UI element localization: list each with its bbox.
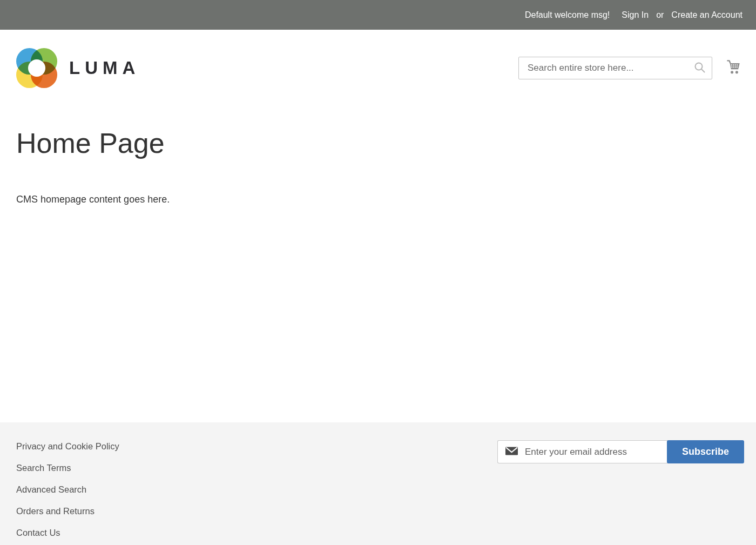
logo-center-hole: [28, 59, 45, 77]
footer-link-privacy[interactable]: Privacy and Cookie Policy: [16, 441, 119, 452]
footer-link-orders-returns[interactable]: Orders and Returns: [16, 506, 94, 516]
envelope-icon: [505, 446, 518, 459]
store-logo[interactable]: LUMA: [16, 48, 140, 88]
list-item: Orders and Returns: [16, 500, 119, 522]
newsletter-input-wrap: [497, 440, 668, 463]
page-title: Home Page: [16, 127, 740, 159]
luma-logo-icon: [16, 48, 57, 88]
header: LUMA: [0, 30, 756, 102]
list-item: Search Terms: [16, 457, 119, 479]
newsletter-email-input[interactable]: [525, 447, 668, 457]
list-item: Contact Us: [16, 522, 119, 543]
magnifier-icon: [693, 61, 706, 76]
list-item: Advanced Search: [16, 479, 119, 500]
or-separator: or: [656, 10, 664, 20]
mini-cart-button[interactable]: [724, 59, 742, 78]
create-account-link[interactable]: Create an Account: [671, 10, 742, 20]
top-bar: Default welcome msg! Sign In or Create a…: [0, 0, 756, 30]
cms-content-text: CMS homepage content goes here.: [16, 194, 740, 205]
footer: Privacy and Cookie Policy Search Terms A…: [0, 422, 756, 545]
header-right: [518, 57, 742, 79]
search-input[interactable]: [518, 57, 712, 79]
subscribe-button[interactable]: Subscribe: [667, 440, 744, 463]
welcome-message: Default welcome msg!: [525, 10, 610, 20]
cart-icon: [724, 59, 742, 78]
main-content: Home Page CMS homepage content goes here…: [0, 102, 756, 422]
footer-link-advanced-search[interactable]: Advanced Search: [16, 485, 86, 495]
sign-in-link[interactable]: Sign In: [622, 10, 649, 20]
footer-link-contact-us[interactable]: Contact Us: [16, 528, 60, 538]
newsletter-form: Subscribe: [497, 440, 744, 463]
list-item: Privacy and Cookie Policy: [16, 435, 119, 457]
footer-links: Privacy and Cookie Policy Search Terms A…: [16, 435, 119, 543]
footer-link-search-terms[interactable]: Search Terms: [16, 463, 71, 473]
search-box: [518, 57, 712, 79]
search-submit-button[interactable]: [691, 59, 709, 77]
brand-wordmark: LUMA: [69, 58, 140, 78]
